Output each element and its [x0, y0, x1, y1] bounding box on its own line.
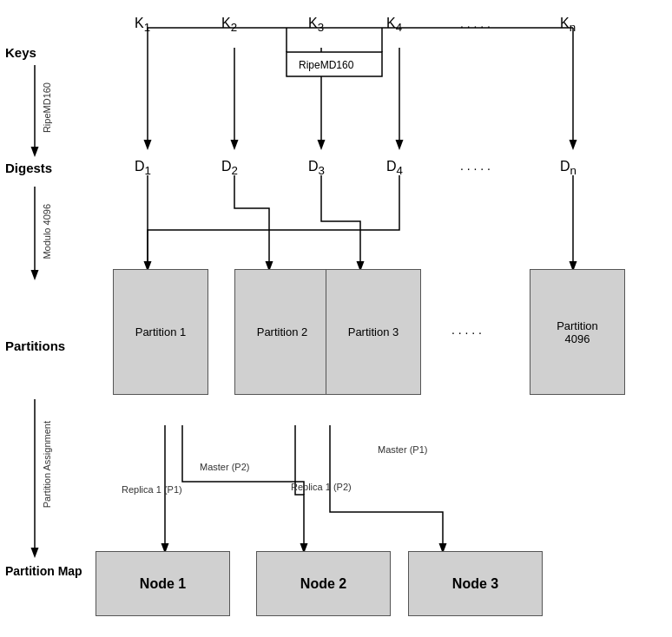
keys-label: Keys [5, 45, 36, 60]
digest-1: D1 [135, 159, 151, 177]
diagram: Keys Digests Partitions Partition Map Ri… [0, 0, 672, 637]
digests-label: Digests [5, 161, 52, 175]
partition-assignment-label: Partition Assignment [42, 421, 52, 508]
digests-dots: · · · · · [460, 161, 491, 175]
digest-4: D4 [386, 159, 403, 177]
keys-dots: · · · · · [460, 19, 491, 33]
ripemd-label: RipeMD160 [42, 82, 52, 133]
partitions-dots: · · · · · [451, 325, 482, 339]
key-2: K2 [221, 16, 237, 34]
key-4: K4 [386, 16, 402, 34]
digest-2: D2 [221, 159, 238, 177]
partitions-label: Partitions [5, 338, 65, 353]
partition-1: Partition 1 [113, 269, 208, 395]
key-n: Kn [560, 16, 576, 34]
digest-3: D3 [308, 159, 325, 177]
node-2: Node 2 [256, 551, 391, 616]
key-3: K3 [308, 16, 324, 34]
node-3: Node 3 [408, 551, 543, 616]
replica1-p1-label: Replica 1 (P1) [122, 484, 182, 495]
key-1: K1 [135, 16, 150, 34]
master-p2-label: Master (P2) [200, 462, 249, 472]
partition-2: Partition 2 [234, 269, 330, 395]
replica1-p2-label: Replica 1 (P2) [291, 482, 352, 492]
partition-4096: Partition4096 [530, 269, 625, 395]
digest-n: Dn [560, 159, 576, 177]
modulo-label: Modulo 4096 [42, 204, 52, 259]
ripemd-box-label: RipeMD160 [295, 57, 357, 73]
partition-map-label: Partition Map [5, 564, 82, 578]
node-1: Node 1 [96, 551, 230, 616]
master-p1-label: Master (P1) [378, 444, 427, 455]
partition-3: Partition 3 [326, 269, 421, 395]
